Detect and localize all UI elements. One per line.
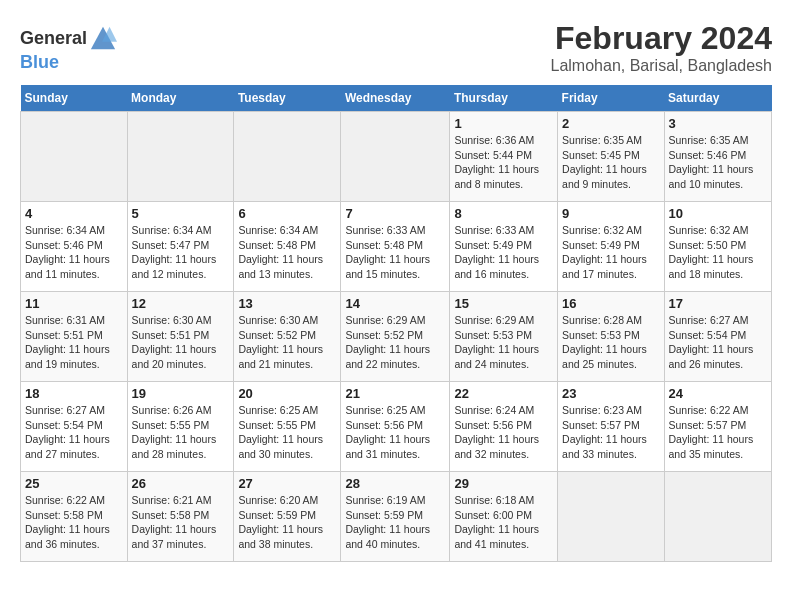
calendar-cell [558,472,664,562]
calendar-cell: 26Sunrise: 6:21 AMSunset: 5:58 PMDayligh… [127,472,234,562]
calendar-cell: 15Sunrise: 6:29 AMSunset: 5:53 PMDayligh… [450,292,558,382]
day-number: 13 [238,296,336,311]
calendar-cell [664,472,771,562]
day-number: 3 [669,116,767,131]
day-number: 17 [669,296,767,311]
day-info: Sunrise: 6:23 AMSunset: 5:57 PMDaylight:… [562,403,659,462]
day-number: 7 [345,206,445,221]
day-info: Sunrise: 6:29 AMSunset: 5:53 PMDaylight:… [454,313,553,372]
day-number: 22 [454,386,553,401]
calendar-cell: 8Sunrise: 6:33 AMSunset: 5:49 PMDaylight… [450,202,558,292]
calendar-cell: 25Sunrise: 6:22 AMSunset: 5:58 PMDayligh… [21,472,128,562]
calendar-cell: 2Sunrise: 6:35 AMSunset: 5:45 PMDaylight… [558,112,664,202]
day-number: 20 [238,386,336,401]
logo-text-blue: Blue [20,52,59,72]
day-of-week-header: Monday [127,85,234,112]
day-of-week-header: Saturday [664,85,771,112]
calendar-cell: 10Sunrise: 6:32 AMSunset: 5:50 PMDayligh… [664,202,771,292]
day-number: 26 [132,476,230,491]
calendar-cell: 5Sunrise: 6:34 AMSunset: 5:47 PMDaylight… [127,202,234,292]
day-info: Sunrise: 6:24 AMSunset: 5:56 PMDaylight:… [454,403,553,462]
day-of-week-header: Sunday [21,85,128,112]
logo-icon [89,25,117,53]
calendar-cell: 9Sunrise: 6:32 AMSunset: 5:49 PMDaylight… [558,202,664,292]
calendar-cell: 23Sunrise: 6:23 AMSunset: 5:57 PMDayligh… [558,382,664,472]
day-info: Sunrise: 6:26 AMSunset: 5:55 PMDaylight:… [132,403,230,462]
day-info: Sunrise: 6:21 AMSunset: 5:58 PMDaylight:… [132,493,230,552]
day-info: Sunrise: 6:31 AMSunset: 5:51 PMDaylight:… [25,313,123,372]
calendar-cell [127,112,234,202]
calendar-cell [234,112,341,202]
day-info: Sunrise: 6:32 AMSunset: 5:50 PMDaylight:… [669,223,767,282]
day-of-week-header: Tuesday [234,85,341,112]
calendar-cell: 3Sunrise: 6:35 AMSunset: 5:46 PMDaylight… [664,112,771,202]
day-info: Sunrise: 6:36 AMSunset: 5:44 PMDaylight:… [454,133,553,192]
day-info: Sunrise: 6:28 AMSunset: 5:53 PMDaylight:… [562,313,659,372]
calendar-cell: 7Sunrise: 6:33 AMSunset: 5:48 PMDaylight… [341,202,450,292]
calendar-cell: 1Sunrise: 6:36 AMSunset: 5:44 PMDaylight… [450,112,558,202]
day-info: Sunrise: 6:19 AMSunset: 5:59 PMDaylight:… [345,493,445,552]
calendar-cell [21,112,128,202]
calendar-cell: 22Sunrise: 6:24 AMSunset: 5:56 PMDayligh… [450,382,558,472]
calendar-cell: 4Sunrise: 6:34 AMSunset: 5:46 PMDaylight… [21,202,128,292]
calendar-cell: 13Sunrise: 6:30 AMSunset: 5:52 PMDayligh… [234,292,341,382]
day-number: 2 [562,116,659,131]
logo-text-general: General [20,29,87,49]
day-info: Sunrise: 6:20 AMSunset: 5:59 PMDaylight:… [238,493,336,552]
calendar-cell: 27Sunrise: 6:20 AMSunset: 5:59 PMDayligh… [234,472,341,562]
day-number: 1 [454,116,553,131]
day-number: 12 [132,296,230,311]
calendar-cell: 11Sunrise: 6:31 AMSunset: 5:51 PMDayligh… [21,292,128,382]
day-of-week-header: Thursday [450,85,558,112]
calendar-table: SundayMondayTuesdayWednesdayThursdayFrid… [20,85,772,562]
day-number: 4 [25,206,123,221]
day-info: Sunrise: 6:30 AMSunset: 5:52 PMDaylight:… [238,313,336,372]
day-info: Sunrise: 6:22 AMSunset: 5:57 PMDaylight:… [669,403,767,462]
calendar-cell: 19Sunrise: 6:26 AMSunset: 5:55 PMDayligh… [127,382,234,472]
header: General Blue February 2024 Lalmohan, Bar… [20,20,772,75]
day-info: Sunrise: 6:25 AMSunset: 5:55 PMDaylight:… [238,403,336,462]
calendar-cell: 29Sunrise: 6:18 AMSunset: 6:00 PMDayligh… [450,472,558,562]
day-info: Sunrise: 6:33 AMSunset: 5:49 PMDaylight:… [454,223,553,282]
day-number: 8 [454,206,553,221]
day-of-week-header: Friday [558,85,664,112]
day-number: 6 [238,206,336,221]
day-number: 21 [345,386,445,401]
calendar-cell: 28Sunrise: 6:19 AMSunset: 5:59 PMDayligh… [341,472,450,562]
calendar-cell: 18Sunrise: 6:27 AMSunset: 5:54 PMDayligh… [21,382,128,472]
day-number: 27 [238,476,336,491]
day-number: 10 [669,206,767,221]
day-info: Sunrise: 6:27 AMSunset: 5:54 PMDaylight:… [25,403,123,462]
day-number: 19 [132,386,230,401]
day-info: Sunrise: 6:30 AMSunset: 5:51 PMDaylight:… [132,313,230,372]
calendar-cell: 21Sunrise: 6:25 AMSunset: 5:56 PMDayligh… [341,382,450,472]
day-number: 11 [25,296,123,311]
day-info: Sunrise: 6:33 AMSunset: 5:48 PMDaylight:… [345,223,445,282]
day-number: 23 [562,386,659,401]
day-info: Sunrise: 6:32 AMSunset: 5:49 PMDaylight:… [562,223,659,282]
day-info: Sunrise: 6:34 AMSunset: 5:47 PMDaylight:… [132,223,230,282]
day-number: 5 [132,206,230,221]
day-of-week-header: Wednesday [341,85,450,112]
calendar-cell: 12Sunrise: 6:30 AMSunset: 5:51 PMDayligh… [127,292,234,382]
day-info: Sunrise: 6:35 AMSunset: 5:45 PMDaylight:… [562,133,659,192]
day-info: Sunrise: 6:18 AMSunset: 6:00 PMDaylight:… [454,493,553,552]
day-info: Sunrise: 6:34 AMSunset: 5:48 PMDaylight:… [238,223,336,282]
month-year: February 2024 [551,20,772,57]
location: Lalmohan, Barisal, Bangladesh [551,57,772,75]
logo: General Blue [20,25,117,73]
calendar-cell: 6Sunrise: 6:34 AMSunset: 5:48 PMDaylight… [234,202,341,292]
day-number: 28 [345,476,445,491]
calendar-cell: 20Sunrise: 6:25 AMSunset: 5:55 PMDayligh… [234,382,341,472]
calendar-cell: 16Sunrise: 6:28 AMSunset: 5:53 PMDayligh… [558,292,664,382]
day-number: 29 [454,476,553,491]
day-number: 16 [562,296,659,311]
day-number: 24 [669,386,767,401]
day-info: Sunrise: 6:29 AMSunset: 5:52 PMDaylight:… [345,313,445,372]
day-info: Sunrise: 6:25 AMSunset: 5:56 PMDaylight:… [345,403,445,462]
calendar-cell: 24Sunrise: 6:22 AMSunset: 5:57 PMDayligh… [664,382,771,472]
day-number: 18 [25,386,123,401]
day-info: Sunrise: 6:35 AMSunset: 5:46 PMDaylight:… [669,133,767,192]
day-number: 9 [562,206,659,221]
day-info: Sunrise: 6:34 AMSunset: 5:46 PMDaylight:… [25,223,123,282]
